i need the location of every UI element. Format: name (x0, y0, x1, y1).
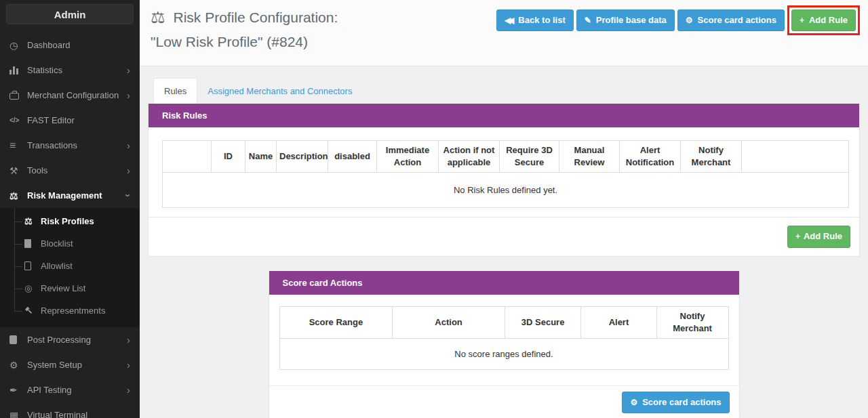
file-outline-icon (24, 262, 41, 270)
sidebar-item-label: Virtual Terminal (27, 410, 87, 418)
edit-icon: ✎ (585, 16, 591, 26)
sidebar-item-label: Blocklist (41, 238, 73, 249)
scale-icon: ⚖ (151, 8, 165, 27)
gear-icon: ⚙ (630, 398, 637, 408)
risk-rules-table: ID Name Description disabled Immediate A… (162, 140, 849, 208)
sidebar-item-label: Transactions (27, 140, 77, 150)
sidebar-item-label: Tools (27, 165, 47, 175)
sidebar-item-risk-profiles[interactable]: ⚖ Risk Profiles (0, 210, 140, 232)
sidebar-item-statistics[interactable]: Statistics › (0, 58, 140, 83)
table-header-row: ID Name Description disabled Immediate A… (163, 141, 849, 173)
file-solid-icon (24, 239, 41, 248)
button-label: Score card actions (698, 15, 776, 26)
risk-rules-panel-body: ID Name Description disabled Immediate A… (149, 127, 859, 217)
sidebar-item-representments[interactable]: Representments (0, 299, 140, 322)
sidebar-item-label: API Testing (27, 385, 72, 395)
list-icon: ≡ (9, 140, 27, 152)
add-rule-button-top[interactable]: + Add Rule (791, 9, 856, 31)
chevron-down-icon: › (123, 194, 134, 197)
sidebar-item-tools[interactable]: ⚒ Tools › (0, 158, 140, 183)
sidebar-item-system-setup[interactable]: ⚙ System Setup › (0, 352, 140, 377)
sidebar-item-allowlist[interactable]: Allowlist (0, 255, 140, 277)
sidebar-item-label: Review List (41, 283, 85, 293)
brand-admin[interactable]: Admin (6, 4, 134, 24)
tab-assigned-merchants[interactable]: Assigned Merchants and Connectors (197, 79, 362, 104)
sidebar-item-api-testing[interactable]: ✒ API Testing › (0, 377, 140, 402)
sidebar-item-label: Representments (41, 306, 105, 316)
table-header-row: Score Range Action 3D Secure Alert Notif… (279, 306, 728, 338)
risk-rules-panel-title: Risk Rules (149, 104, 859, 127)
column-header: 3D Secure (505, 306, 581, 338)
sidebar-item-review-list[interactable]: ◎ Review List (0, 277, 140, 299)
dashboard-icon: ◷ (9, 40, 27, 51)
column-header: Score Range (279, 306, 393, 338)
gavel-icon (24, 306, 41, 315)
button-label: Score card actions (642, 397, 721, 408)
box-icon (9, 335, 27, 344)
page-title-line2: "Low Risk Profile" (#824) (151, 34, 857, 50)
sidebar-item-fast-editor[interactable]: </> FAST Editor (0, 108, 140, 133)
column-header: Name (245, 141, 277, 173)
score-card-actions-button-top[interactable]: ⚙ Score card actions (677, 9, 785, 31)
column-header: Manual Review (559, 141, 620, 173)
bullseye-icon: ◎ (24, 283, 41, 293)
profile-base-data-button[interactable]: ✎ Profile base data (576, 9, 675, 31)
plus-icon: + (800, 16, 804, 26)
bar-chart-icon (9, 66, 27, 75)
sidebar-item-label: Statistics (27, 65, 62, 75)
column-header: Action (393, 306, 505, 338)
empty-state-row: No score ranges defined. (279, 339, 728, 370)
briefcase-icon (9, 91, 27, 100)
empty-state-message: No Risk Rules defined yet. (163, 173, 849, 208)
sidebar-item-label: FAST Editor (27, 115, 75, 125)
sidebar-item-label: Allowlist (41, 261, 73, 271)
chevron-right-icon: › (127, 359, 130, 371)
calculator-icon: ▦ (9, 410, 27, 418)
code-icon: </> (9, 117, 27, 124)
score-card-table: Score Range Action 3D Secure Alert Notif… (279, 306, 729, 370)
chevron-right-icon: › (127, 165, 130, 176)
chevron-right-icon: › (127, 89, 130, 101)
score-card-panel-title: Score card Actions (269, 271, 739, 295)
gear-icon: ⚙ (9, 360, 27, 371)
column-header: disabled (328, 141, 377, 173)
button-label: Profile base data (596, 15, 667, 26)
sidebar-item-dashboard[interactable]: ◷ Dashboard (0, 33, 140, 58)
add-rule-button-bottom[interactable]: + Add Rule (787, 226, 850, 247)
chevron-right-icon: › (127, 140, 130, 151)
page-title-line1: Risk Profile Configuration: (174, 9, 338, 26)
column-header: Action if not applicable (439, 141, 500, 173)
empty-state-row: No Risk Rules defined yet. (163, 173, 849, 208)
back-to-list-button[interactable]: ◀◀ Back to list (496, 9, 574, 31)
main-content: ⚖ Risk Profile Configuration: "Low Risk … (140, 0, 868, 418)
plus-icon: + (795, 232, 800, 242)
column-header: ID (212, 141, 245, 173)
risk-rules-panel-footer: + Add Rule (149, 217, 859, 255)
scale-icon: ⚖ (24, 216, 41, 226)
backward-icon: ◀◀ (505, 16, 511, 26)
wrench-icon: ⚒ (9, 165, 27, 176)
column-header: Notify Merchant (656, 306, 728, 338)
gear-icon: ⚙ (686, 16, 693, 26)
score-card-panel-body: Score Range Action 3D Secure Alert Notif… (269, 295, 739, 385)
eyedropper-icon: ✒ (9, 385, 27, 396)
sidebar-item-blocklist[interactable]: Blocklist (0, 232, 140, 255)
column-header (742, 141, 849, 173)
sidebar-item-label: Post Processing (27, 335, 91, 345)
column-header: Require 3D Secure (500, 141, 559, 173)
sidebar-item-post-processing[interactable]: Post Processing › (0, 327, 140, 352)
risk-management-submenu: ⚖ Risk Profiles Blocklist Allowlist ◎ Re… (0, 208, 140, 327)
score-card-actions-button-bottom[interactable]: ⚙ Score card actions (622, 392, 729, 413)
sidebar-item-transactions[interactable]: ≡ Transactions › (0, 133, 140, 158)
sidebar: Admin ◷ Dashboard Statistics › Merchant … (0, 0, 140, 418)
button-label: Add Rule (809, 15, 848, 26)
column-header: Immediate Action (377, 141, 439, 173)
sidebar-item-risk-management[interactable]: ⚖ Risk Management › (0, 183, 140, 208)
sidebar-item-merchant-configuration[interactable]: Merchant Configuration › (0, 83, 140, 108)
annotation-highlight: + Add Rule (787, 5, 860, 35)
tab-rules[interactable]: Rules (153, 78, 197, 104)
header-toolbar: ◀◀ Back to list ✎ Profile base data ⚙ Sc… (496, 5, 860, 35)
sidebar-item-label: Dashboard (27, 40, 71, 50)
risk-rules-panel: Risk Rules ID Name Descriptio (148, 104, 860, 257)
sidebar-item-virtual-terminal[interactable]: ▦ Virtual Terminal (0, 402, 140, 418)
